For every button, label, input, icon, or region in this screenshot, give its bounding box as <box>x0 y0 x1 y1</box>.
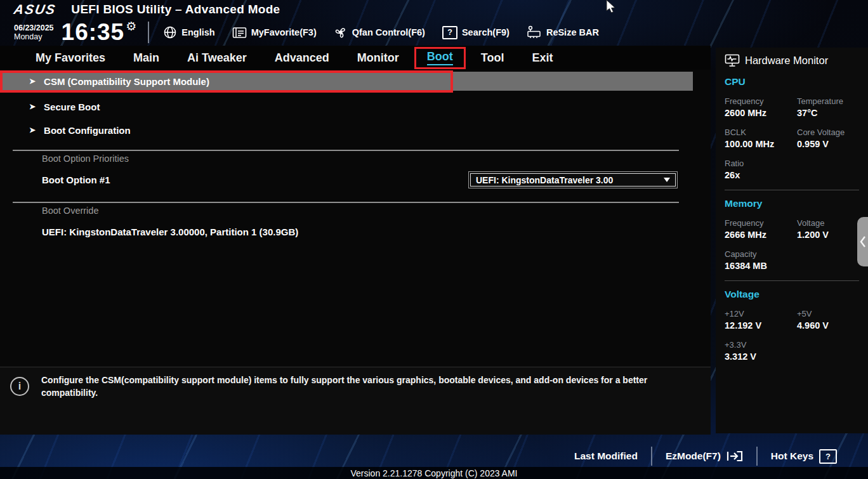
quick-bar: 06/23/2025 Monday 16:35 ⚙ English MyFavo… <box>0 19 868 46</box>
hm-stat: +5V 4.960 V <box>797 309 859 331</box>
dropdown-caret-icon <box>664 178 670 182</box>
title-bar: ASUS UEFI BIOS Utility – Advanced Mode <box>0 0 868 19</box>
hm-section-memory: Memory <box>725 198 859 209</box>
menu-item-secure-boot[interactable]: ➤ Secure Boot <box>0 97 100 116</box>
hm-stat: Temperature 37°C <box>797 96 859 118</box>
language-selector[interactable]: English <box>163 25 214 39</box>
section-divider <box>13 150 679 151</box>
resize-bar-label: ReSize BAR <box>546 27 599 37</box>
boot-option-1-dropdown[interactable]: UEFI: KingstonDataTraveler 3.00 <box>468 171 678 188</box>
menu-item-boot-configuration[interactable]: ➤ Boot Configuration <box>0 121 131 140</box>
ezmode-exit-icon <box>727 450 743 463</box>
submenu-arrow-icon: ➤ <box>29 126 36 134</box>
hm-section-voltage: Voltage <box>725 289 859 300</box>
resize-bar-button[interactable]: ReSize BAR <box>527 25 599 39</box>
help-panel: i Configure the CSM(compatibility suppor… <box>0 367 711 435</box>
search-question-icon: ? <box>442 26 457 39</box>
tab-ai-tweaker[interactable]: Ai Tweaker <box>187 46 247 70</box>
hm-stat: Capacity 16384 MB <box>725 249 797 271</box>
search-label: Search(F9) <box>462 27 510 37</box>
divider <box>756 447 758 466</box>
info-icon: i <box>10 377 29 396</box>
hm-stat: Ratio 26x <box>725 159 797 180</box>
help-text: Configure the CSM(compatibility support … <box>41 374 698 399</box>
hm-divider <box>725 280 859 281</box>
menu-item-secure-boot-label: Secure Boot <box>44 102 100 112</box>
globe-icon <box>163 25 177 39</box>
asus-logo: ASUS <box>13 2 58 17</box>
time-display: 16:35 <box>62 19 125 46</box>
hardware-monitor-icon <box>725 54 740 67</box>
sidebar-collapse-handle[interactable] <box>857 217 868 266</box>
myfavorite-icon <box>232 27 247 39</box>
boot-option-priorities-title: Boot Option Priorities <box>42 154 129 164</box>
clock-settings-gear-icon[interactable]: ⚙ <box>126 19 136 34</box>
divider <box>651 447 652 466</box>
hardware-monitor-title: Hardware Monitor <box>745 55 828 67</box>
last-modified-button[interactable]: Last Modified <box>561 450 651 462</box>
menu-item-csm[interactable]: ➤ CSM (Compatibility Support Module) <box>0 72 693 91</box>
hot-keys-button[interactable]: Hot Keys ? <box>758 449 850 464</box>
submenu-arrow-icon: ➤ <box>29 103 36 110</box>
language-label: English <box>181 27 214 37</box>
chevron-left-icon <box>860 235 866 249</box>
hm-stat: +3.3V 3.312 V <box>725 340 797 362</box>
hm-stat: Frequency 2666 MHz <box>725 218 797 240</box>
boot-override-title: Boot Override <box>42 206 98 216</box>
version-text: Version 2.21.1278 Copyright (C) 2023 AMI <box>350 468 517 478</box>
tab-advanced[interactable]: Advanced <box>275 46 329 70</box>
divider <box>148 22 149 43</box>
boot-option-1-value: UEFI: KingstonDataTraveler 3.00 <box>476 175 613 185</box>
page-title: UEFI BIOS Utility – Advanced Mode <box>71 3 280 16</box>
hot-keys-label: Hot Keys <box>771 450 813 462</box>
qfan-control-button[interactable]: Qfan Control(F6) <box>334 25 425 39</box>
search-button[interactable]: ? Search(F9) <box>442 26 510 39</box>
ezmode-button[interactable]: EzMode(F7) <box>652 450 756 463</box>
main-panel: My Favorites Main Ai Tweaker Advanced Mo… <box>0 46 711 435</box>
boot-tab-highlight-box <box>414 47 466 69</box>
hm-stat: BCLK 100.00 MHz <box>725 128 797 149</box>
hm-stat: +12V 12.192 V <box>725 309 797 331</box>
bios-screen: ASUS UEFI BIOS Utility – Advanced Mode 0… <box>0 0 868 479</box>
hm-stat: Frequency 2600 MHz <box>725 96 797 118</box>
mouse-cursor <box>604 0 619 15</box>
menu-item-boot-configuration-label: Boot Configuration <box>44 125 131 136</box>
day-value: Monday <box>14 32 54 41</box>
hotkeys-question-icon: ? <box>819 449 837 464</box>
hm-stat: Core Voltage 0.959 V <box>797 128 859 149</box>
qfan-label: Qfan Control(F6) <box>352 27 425 37</box>
last-modified-label: Last Modified <box>574 450 638 462</box>
ezmode-label: EzMode(F7) <box>666 450 721 462</box>
date-display: 06/23/2025 Monday <box>14 23 54 42</box>
boot-page-content: ➤ CSM (Compatibility Support Module) ➤ S… <box>0 70 711 435</box>
tab-monitor[interactable]: Monitor <box>357 46 399 70</box>
tab-tool[interactable]: Tool <box>481 46 504 70</box>
boot-option-1-label: Boot Option #1 <box>42 174 110 185</box>
myfavorite-label: MyFavorite(F3) <box>251 27 317 37</box>
resize-bar-icon <box>527 25 542 39</box>
tab-boot[interactable]: Boot <box>427 46 453 70</box>
hm-stat: Voltage 1.200 V <box>797 218 859 240</box>
myfavorite-button[interactable]: MyFavorite(F3) <box>232 27 317 39</box>
menu-item-csm-label: CSM (Compatibility Support Module) <box>44 76 209 87</box>
hardware-monitor-header: Hardware Monitor <box>725 54 859 67</box>
section-divider <box>13 202 679 203</box>
qfan-icon <box>334 25 348 39</box>
hm-section-cpu: CPU <box>725 76 859 88</box>
hardware-monitor-panel: Hardware Monitor CPU Frequency 2600 MHz … <box>716 48 868 433</box>
tab-my-favorites[interactable]: My Favorites <box>36 46 105 70</box>
tab-exit[interactable]: Exit <box>532 46 553 70</box>
boot-override-entry[interactable]: UEFI: KingstonDataTraveler 3.00000, Part… <box>42 226 298 237</box>
tab-bar: My Favorites Main Ai Tweaker Advanced Mo… <box>0 46 711 70</box>
date-value: 06/23/2025 <box>14 23 54 32</box>
footer-bar: Last Modified EzMode(F7) Hot Keys ? <box>561 445 850 467</box>
hm-divider <box>725 190 859 190</box>
tab-main[interactable]: Main <box>133 46 159 70</box>
submenu-arrow-icon: ➤ <box>29 77 36 85</box>
version-bar: Version 2.21.1278 Copyright (C) 2023 AMI <box>0 467 868 479</box>
